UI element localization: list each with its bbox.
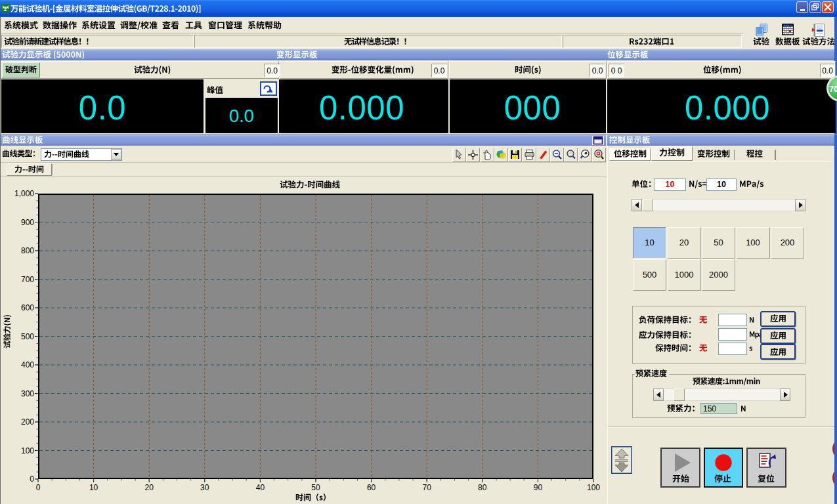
svg-text:70: 70 [829, 85, 837, 94]
